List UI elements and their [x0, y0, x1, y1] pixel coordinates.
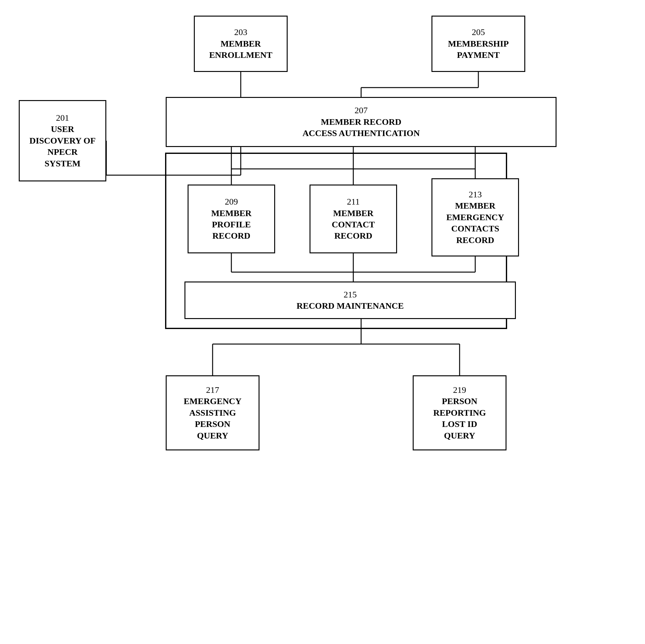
node-217-number: 217 — [206, 384, 219, 396]
node-213-number: 213 — [469, 189, 482, 200]
node-203-label: MEMBERENROLLMENT — [209, 38, 272, 61]
node-201-number: 201 — [56, 112, 69, 124]
node-209: 209 MEMBERPROFILERECORD — [188, 184, 275, 253]
node-203-number: 203 — [234, 27, 247, 38]
node-215-number: 215 — [344, 289, 357, 300]
node-211-number: 211 — [347, 196, 360, 207]
node-219-number: 219 — [453, 384, 466, 396]
node-211: 211 MEMBERCONTACTRECORD — [309, 184, 397, 253]
node-205-label: MEMBERSHIPPAYMENT — [448, 38, 509, 61]
node-213-label: MEMBEREMERGENCYCONTACTSRECORD — [446, 200, 504, 246]
diagram-container: 201 USERDISCOVERY OFNPECRSYSTEM 203 MEMB… — [0, 0, 645, 644]
node-219: 219 PERSONREPORTINGLOST IDQUERY — [413, 375, 506, 450]
node-207-label: MEMBER RECORDACCESS AUTHENTICATION — [302, 116, 420, 139]
node-217: 217 EMERGENCYASSISTINGPERSONQUERY — [166, 375, 259, 450]
node-215-label: RECORD MAINTENANCE — [296, 300, 404, 312]
node-207: 207 MEMBER RECORDACCESS AUTHENTICATION — [166, 97, 557, 147]
node-201-label: USERDISCOVERY OFNPECRSYSTEM — [29, 124, 96, 169]
connectors-svg — [0, 0, 645, 644]
node-215: 215 RECORD MAINTENANCE — [185, 282, 516, 319]
node-201: 201 USERDISCOVERY OFNPECRSYSTEM — [19, 100, 106, 181]
node-217-label: EMERGENCYASSISTINGPERSONQUERY — [184, 396, 241, 441]
node-209-number: 209 — [225, 196, 238, 207]
node-211-label: MEMBERCONTACTRECORD — [332, 208, 375, 242]
node-209-label: MEMBERPROFILERECORD — [211, 208, 251, 242]
node-213: 213 MEMBEREMERGENCYCONTACTSRECORD — [431, 178, 519, 257]
node-219-label: PERSONREPORTINGLOST IDQUERY — [433, 396, 486, 441]
node-207-number: 207 — [355, 105, 368, 116]
node-205: 205 MEMBERSHIPPAYMENT — [431, 16, 525, 72]
node-203: 203 MEMBERENROLLMENT — [194, 16, 288, 72]
node-205-number: 205 — [472, 27, 485, 38]
